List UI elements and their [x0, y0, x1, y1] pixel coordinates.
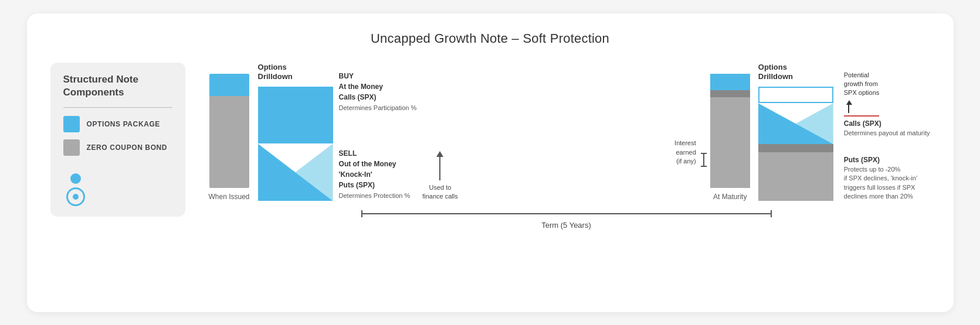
wi-bar-top — [209, 74, 249, 96]
puts-desc: Protects up to -20%if SPX declines, 'kno… — [844, 165, 930, 201]
legend-label-bond: ZERO COUPON BOND — [87, 143, 168, 152]
arrow-line — [439, 157, 440, 180]
legend-color-options — [63, 116, 80, 132]
potential-growth-arrow — [846, 100, 852, 105]
potential-growth-label: Potentialgrowth fromSPX options — [844, 71, 930, 98]
legend-label-options: OPTIONS PACKAGE — [87, 120, 160, 128]
term-line — [362, 213, 771, 214]
buy-label: BUY At the Money Calls (SPX) Determines … — [339, 71, 417, 113]
legend-divider — [63, 107, 172, 108]
diagram-container: Uncapped Growth Note – Soft Protection S… — [27, 13, 954, 312]
blue-dot-small — [70, 173, 81, 184]
legend-box: Structured NoteComponents OPTIONS PACKAG… — [50, 63, 185, 217]
mat-gray-bottom — [758, 152, 833, 201]
potential-growth-box — [758, 87, 833, 103]
legend-title: Structured NoteComponents — [63, 73, 172, 99]
buy-box-blue — [258, 87, 333, 143]
sell-label: SELL Out of the Money 'Knock-In' Puts (S… — [339, 148, 417, 201]
at-maturity-label: At Maturity — [713, 193, 747, 201]
finance-label: Used tofinance calls — [422, 183, 458, 201]
page-title: Uncapped Growth Note – Soft Protection — [50, 31, 930, 46]
legend-item-options: OPTIONS PACKAGE — [63, 116, 172, 132]
am-options-drilldown-label: OptionsDrilldown — [758, 63, 793, 83]
wi-bar-bottom — [209, 96, 249, 188]
legend-color-bond — [63, 139, 80, 156]
wi-options-drilldown-label: OptionsDrilldown — [258, 63, 293, 83]
legend-item-bond: ZERO COUPON BOND — [63, 139, 172, 156]
term-label: Term (5 Years) — [541, 221, 591, 230]
am-bar-dark — [710, 90, 750, 97]
maturity-options-box — [758, 87, 833, 201]
puts-label: Puts (SPX) — [844, 155, 930, 165]
calls-desc: Determines payout at maturity — [844, 129, 930, 138]
calls-label: Calls (SPX) — [844, 119, 930, 129]
mat-stripe — [758, 144, 833, 152]
blue-dot-ring — [66, 187, 85, 206]
term-tick-right — [771, 210, 772, 217]
am-bar-gray — [710, 97, 750, 188]
separator-line — [844, 115, 879, 117]
blue-dot-inner — [73, 194, 79, 200]
interest-earned-label: Interestearned(if any) — [674, 139, 696, 201]
bracket-line — [703, 154, 704, 166]
bracket-bottom — [701, 166, 707, 167]
buy-sell-box — [258, 87, 333, 201]
finance-arrow-group: Used tofinance calls — [422, 116, 458, 201]
up-arrow-icon — [436, 151, 443, 157]
when-issued-label: When Issued — [209, 193, 250, 201]
pg-line — [848, 105, 849, 113]
am-bar-options — [710, 74, 750, 90]
